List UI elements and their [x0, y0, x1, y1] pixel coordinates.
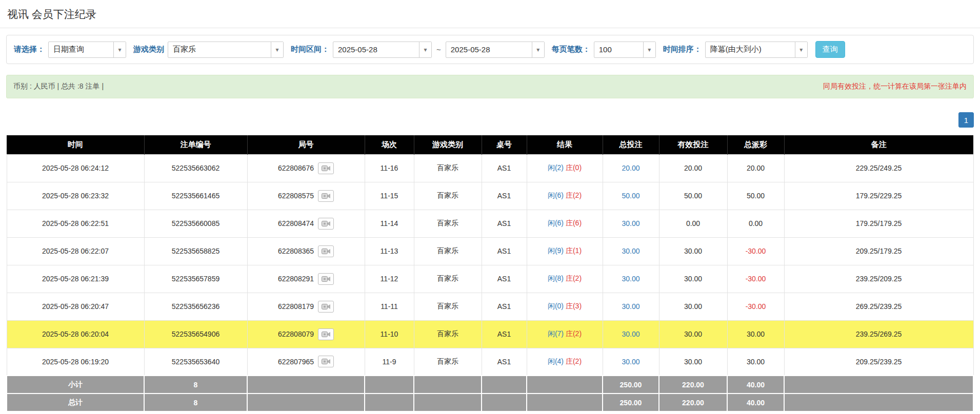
video-replay-button[interactable] — [318, 356, 334, 367]
result-banker: 庄(2) — [566, 191, 582, 199]
round-id: 622808575 — [278, 192, 314, 200]
cell-game: 百家乐 — [414, 293, 482, 320]
cell-valid-bet: 50.00 — [659, 182, 727, 210]
cell-table: AS1 — [482, 210, 527, 237]
cell-note: 239.25/209.25 — [784, 265, 973, 293]
round-id: 622808079 — [278, 330, 314, 338]
video-camera-icon — [322, 276, 331, 282]
cell-result: 闲(9) 庄(1) — [527, 237, 603, 265]
total-valid-bet: 220.00 — [659, 394, 727, 411]
cell-time: 2025-05-28 06:19:20 — [7, 348, 144, 376]
video-replay-button[interactable] — [318, 190, 334, 202]
video-camera-icon — [322, 248, 331, 255]
total-bet-link[interactable]: 30.00 — [622, 247, 639, 255]
sort-order-combobox[interactable]: 降冪(由大到小) ▾ — [705, 42, 808, 58]
cell-total-bet: 30.00 — [603, 293, 659, 320]
header-time: 时间 — [7, 135, 144, 154]
video-camera-icon — [322, 358, 331, 365]
video-replay-button[interactable] — [318, 218, 334, 230]
cell-payout: -30.00 — [727, 293, 784, 320]
header-bet-id: 注单编号 — [144, 135, 247, 154]
chevron-down-icon[interactable]: ▾ — [419, 42, 431, 57]
chevron-down-icon[interactable]: ▾ — [113, 42, 126, 57]
select-label: 请选择： — [14, 45, 45, 54]
total-bet-link[interactable]: 30.00 — [622, 358, 639, 366]
search-button[interactable]: 查询 — [815, 41, 845, 58]
cell-time: 2025-05-28 06:22:07 — [7, 237, 144, 265]
footer-empty-cell — [784, 376, 973, 394]
subtotal-count: 8 — [144, 376, 247, 394]
page-button-1[interactable]: 1 — [958, 112, 974, 128]
page-title: 视讯 会员下注纪录 — [7, 7, 974, 22]
chevron-down-icon[interactable]: ▾ — [532, 42, 544, 57]
cell-bet-id: 522535654906 — [144, 320, 247, 348]
cell-time: 2025-05-28 06:23:32 — [7, 182, 144, 210]
table-row: 2025-05-28 06:24:12 522535663062 6228086… — [7, 154, 973, 182]
chevron-down-icon[interactable]: ▾ — [643, 42, 655, 57]
cell-result: 闲(2) 庄(0) — [527, 154, 603, 182]
page-size-combobox[interactable]: 100 ▾ — [594, 42, 656, 58]
result-banker: 庄(1) — [566, 246, 582, 255]
cell-note: 179.25/229.25 — [784, 182, 973, 210]
round-id: 622808291 — [278, 275, 314, 283]
cell-valid-bet: 20.00 — [659, 154, 727, 182]
total-bet-link[interactable]: 30.00 — [622, 219, 639, 227]
result-banker: 庄(2) — [566, 329, 582, 338]
video-camera-icon — [322, 331, 331, 338]
footer-empty-cell — [414, 394, 482, 411]
video-replay-button[interactable] — [318, 273, 334, 285]
result-player: 闲(6) — [548, 219, 564, 227]
footer-empty-cell — [365, 376, 414, 394]
header-round-id: 局号 — [247, 135, 365, 154]
cell-result: 闲(4) 庄(2) — [527, 348, 603, 376]
query-type-combobox[interactable]: 日期查询 ▾ — [48, 42, 126, 58]
footer-empty-cell — [247, 394, 365, 411]
video-camera-icon — [322, 303, 331, 310]
cell-game: 百家乐 — [414, 154, 482, 182]
total-bet-link[interactable]: 30.00 — [622, 330, 639, 338]
sort-order-label: 时间排序： — [663, 45, 702, 54]
date-from-value: 2025-05-28 — [333, 42, 419, 57]
total-total-bet: 250.00 — [603, 394, 659, 411]
cell-bet-id: 522535661465 — [144, 182, 247, 210]
cell-time: 2025-05-28 06:20:04 — [7, 320, 144, 348]
cell-bet-id: 522535658825 — [144, 237, 247, 265]
footer-empty-cell — [247, 376, 365, 394]
table-row: 2025-05-28 06:23:32 522535661465 6228085… — [7, 182, 973, 210]
total-bet-link[interactable]: 20.00 — [622, 164, 639, 172]
cell-session: 11-10 — [365, 320, 414, 348]
game-type-combobox[interactable]: 百家乐 ▾ — [168, 42, 284, 58]
total-bet-link[interactable]: 30.00 — [622, 275, 639, 283]
footer-empty-cell — [482, 376, 527, 394]
subtotal-valid-bet: 220.00 — [659, 376, 727, 394]
subtotal-total-bet: 250.00 — [603, 376, 659, 394]
date-to-combobox[interactable]: 2025-05-28 ▾ — [446, 42, 545, 58]
video-replay-button[interactable] — [318, 328, 334, 340]
total-bet-link[interactable]: 30.00 — [622, 302, 639, 310]
page-root: 视讯 会员下注纪录 请选择： 日期查询 ▾ 游戏类别 百家乐 ▾ 时间区间： 2… — [0, 0, 980, 414]
result-banker: 庄(2) — [566, 357, 582, 365]
table-body: 2025-05-28 06:24:12 522535663062 6228086… — [7, 154, 973, 376]
cell-note: 229.25/249.25 — [784, 154, 973, 182]
sort-order-value: 降冪(由大到小) — [706, 42, 795, 57]
cell-game: 百家乐 — [414, 265, 482, 293]
query-type-value: 日期查询 — [49, 42, 113, 57]
video-replay-button[interactable] — [318, 162, 334, 174]
date-from-combobox[interactable]: 2025-05-28 ▾ — [333, 42, 432, 58]
title-divider — [0, 28, 980, 28]
cell-note: 269.25/239.25 — [784, 293, 973, 320]
header-total-bet: 总投注 — [603, 135, 659, 154]
cell-session: 11-14 — [365, 210, 414, 237]
video-replay-button[interactable] — [318, 245, 334, 257]
chevron-down-icon[interactable]: ▾ — [271, 42, 283, 57]
chevron-down-icon[interactable]: ▾ — [795, 42, 807, 57]
date-to-value: 2025-05-28 — [446, 42, 532, 57]
header-table-no: 桌号 — [482, 135, 527, 154]
round-id: 622808474 — [278, 219, 314, 227]
cell-bet-id: 522535660085 — [144, 210, 247, 237]
result-player: 闲(9) — [548, 246, 564, 255]
total-bet-link[interactable]: 50.00 — [622, 192, 639, 200]
round-id: 622807965 — [278, 358, 314, 366]
cell-payout: 50.00 — [727, 182, 784, 210]
video-replay-button[interactable] — [318, 301, 334, 313]
